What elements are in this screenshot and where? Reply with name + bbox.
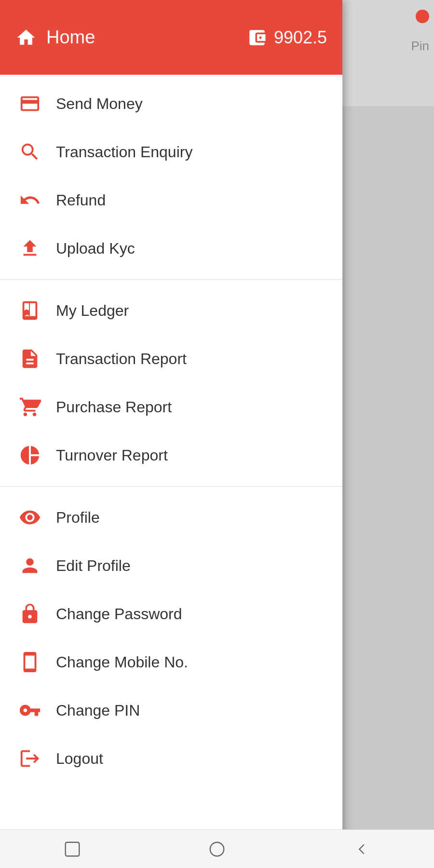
upload-kyc-label: Upload Kyc [56, 240, 135, 258]
menu-section-3: Profile Edit Profile Change Password [0, 488, 342, 787]
divider-1 [0, 279, 342, 280]
refund-icon [17, 188, 42, 213]
bottom-navigation [0, 829, 434, 868]
change-mobile-icon [17, 650, 42, 675]
change-password-label: Change Password [56, 605, 182, 623]
edit-profile-icon [17, 553, 42, 578]
edit-profile-label: Edit Profile [56, 557, 131, 575]
change-mobile-label: Change Mobile No. [56, 653, 188, 671]
bg-card-4-dot [416, 10, 429, 23]
menu-item-change-pin[interactable]: Change PIN [0, 686, 342, 734]
change-pin-label: Change PIN [56, 702, 140, 719]
menu-item-transaction-enquiry[interactable]: Transaction Enquiry [0, 128, 342, 176]
menu-item-my-ledger[interactable]: My Ledger [0, 286, 342, 335]
send-money-icon [17, 91, 42, 116]
menu-section-1: Send Money Transaction Enquiry Refund [0, 75, 342, 277]
menu-item-upload-kyc[interactable]: Upload Kyc [0, 224, 342, 272]
nav-square-button[interactable] [58, 835, 87, 864]
turnover-report-label: Turnover Report [56, 447, 168, 464]
divider-2 [0, 486, 342, 487]
my-ledger-icon [17, 298, 42, 323]
menu-item-refund[interactable]: Refund [0, 176, 342, 224]
nav-back-button[interactable] [347, 835, 376, 864]
menu-item-edit-profile[interactable]: Edit Profile [0, 542, 342, 590]
transaction-report-icon [17, 346, 42, 371]
upload-kyc-icon [17, 236, 42, 261]
bg-card-4-text: Pin [411, 39, 429, 54]
menu-item-purchase-report[interactable]: Purchase Report [0, 383, 342, 431]
profile-label: Profile [56, 509, 100, 527]
transaction-enquiry-icon [17, 139, 42, 164]
turnover-report-icon [17, 443, 42, 468]
change-pin-icon [17, 698, 42, 723]
menu-item-transaction-report[interactable]: Transaction Report [0, 335, 342, 383]
header-balance-section: 9902.5 [247, 27, 327, 48]
logout-label: Logout [56, 750, 103, 768]
menu-item-change-mobile[interactable]: Change Mobile No. [0, 638, 342, 686]
header-title: Home [46, 27, 95, 48]
svg-rect-0 [66, 842, 80, 856]
send-money-label: Send Money [56, 95, 143, 113]
wallet-icon [247, 27, 267, 48]
change-password-icon [17, 601, 42, 626]
menu-section-2: My Ledger Transaction Report Purchase Re… [0, 282, 342, 484]
balance-value: 9902.5 [274, 27, 327, 48]
transaction-enquiry-label: Transaction Enquiry [56, 143, 192, 161]
menu-item-logout[interactable]: Logout [0, 734, 342, 783]
logout-icon [17, 746, 42, 771]
purchase-report-icon [17, 394, 42, 420]
menu-item-profile[interactable]: Profile [0, 493, 342, 542]
menu-item-send-money[interactable]: Send Money [0, 80, 342, 128]
nav-home-button[interactable] [203, 835, 231, 864]
drawer-header: Home 9902.5 [0, 0, 342, 75]
svg-point-1 [210, 842, 224, 856]
header-home[interactable]: Home [15, 27, 95, 48]
menu-item-turnover-report[interactable]: Turnover Report [0, 431, 342, 479]
home-icon [15, 27, 37, 48]
menu-item-change-password[interactable]: Change Password [0, 590, 342, 638]
my-ledger-label: My Ledger [56, 302, 129, 320]
profile-eye-icon [17, 505, 42, 530]
refund-label: Refund [56, 191, 106, 209]
purchase-report-label: Purchase Report [56, 398, 172, 416]
navigation-drawer: Home 9902.5 Send Money T [0, 0, 342, 868]
transaction-report-label: Transaction Report [56, 350, 187, 368]
